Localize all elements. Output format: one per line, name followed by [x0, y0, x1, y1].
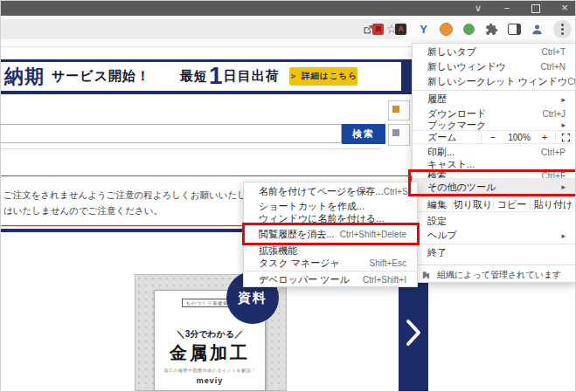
- paste-button[interactable]: 貼り付け: [531, 197, 576, 211]
- menu-item-history[interactable]: 履歴 ▸: [413, 92, 576, 107]
- chrome-main-menu: 新しいタブ Ctrl+T 新しいウィンドウ Ctrl+N 新しいシークレット ウ…: [412, 43, 576, 283]
- green-extension-icon[interactable]: [462, 23, 475, 36]
- submenu-arrow-icon: ▸: [561, 95, 566, 104]
- orange-extension-icon[interactable]: [440, 23, 453, 36]
- cta-arrow-icon: ＞: [289, 71, 297, 82]
- annotation-box-clear-history: [242, 223, 420, 245]
- menu-item-shortcut: Shift+Esc: [369, 258, 406, 268]
- fullscreen-icon[interactable]: [555, 133, 576, 142]
- menu-item-save-page[interactable]: 名前を付けてページを保存... Ctrl+S: [244, 184, 417, 199]
- banner-sub-suffix: 日目出荷: [224, 68, 280, 85]
- menu-item-label: タスク マネージャ: [259, 257, 340, 270]
- banner-cta-button[interactable]: ＞ 詳細はこちら: [289, 67, 357, 86]
- close-button[interactable]: ×: [556, 1, 573, 16]
- copy-button[interactable]: コピー: [494, 197, 531, 211]
- profile-avatar-icon[interactable]: [531, 23, 544, 36]
- banner-lead-text: 納期: [4, 64, 45, 90]
- menu-item-bookmarks[interactable]: ブックマーク ▸: [413, 120, 576, 130]
- cut-button[interactable]: 切り取り: [453, 197, 494, 211]
- extensions-area: A Y: [371, 18, 572, 39]
- menu-item-new-window[interactable]: 新しいウィンドウ Ctrl+N: [413, 59, 576, 74]
- widget-panel: [287, 274, 399, 391]
- submenu-arrow-icon: ▸: [561, 120, 566, 129]
- search-button[interactable]: 検索: [342, 124, 385, 144]
- red-extension-icon[interactable]: [371, 23, 385, 36]
- brochure-subtitle: 加工の種類や図面作成のポイントを解説！: [155, 368, 265, 373]
- browser-toolbar: ☆ A Y: [1, 16, 575, 43]
- widget-expand-bar[interactable]: [399, 274, 428, 391]
- blue-extension-icon[interactable]: Y: [417, 23, 430, 36]
- tab-search-icon[interactable]: ∨: [469, 1, 487, 16]
- menu-separator: [413, 90, 576, 91]
- section-divider: [1, 148, 382, 149]
- search-input[interactable]: [0, 124, 342, 143]
- menu-item-label: 拡張機能: [259, 244, 297, 258]
- menu-item-label: 設定: [427, 215, 447, 228]
- menu-item-developer-tools[interactable]: デベロッパー ツール Ctrl+Shift+I: [244, 272, 417, 287]
- menu-item-new-tab[interactable]: 新しいタブ Ctrl+T: [413, 45, 576, 59]
- managed-by-org-label: 組織によって管理されています: [437, 269, 561, 281]
- browser-window: ∨ − × ☆ A Y: [0, 0, 576, 392]
- menu-item-label: 印刷...: [427, 146, 455, 159]
- menu-item-label: 名前を付けてページを保存...: [259, 185, 384, 198]
- minimize-button[interactable]: −: [498, 1, 516, 16]
- menu-item-new-incognito-window[interactable]: 新しいシークレット ウィンドウ Ctrl+Shift+N: [413, 74, 576, 89]
- menu-item-label: 履歴: [427, 93, 447, 106]
- extensions-puzzle-icon[interactable]: [485, 23, 498, 36]
- menu-item-shortcut: Ctrl+P: [541, 148, 566, 157]
- menu-separator: [413, 244, 576, 244]
- brochure-catchcopy: ＼3分でわかる／: [155, 328, 265, 340]
- menu-item-label: 終了: [427, 246, 447, 259]
- materials-badge-label: 資料: [238, 290, 267, 306]
- window-title-bar: ∨ − ×: [1, 1, 575, 16]
- zoom-level-value: 100%: [504, 133, 534, 142]
- menu-edit-row: 編集 切り取り コピー 貼り付け: [413, 196, 576, 212]
- header-widget-cutoff-1[interactable]: [388, 100, 410, 120]
- promo-banner: 納期 サービス開始！ 最短 1 日目出荷 ＞ 詳細はこちら: [0, 62, 401, 91]
- menu-item-shortcut: Ctrl+J: [543, 109, 566, 119]
- zoom-in-button[interactable]: +: [534, 132, 555, 142]
- chrome-menu-button[interactable]: [553, 20, 572, 38]
- menu-item-shortcut: Ctrl+N: [540, 62, 566, 72]
- menu-item-exit[interactable]: 終了: [413, 245, 576, 260]
- menu-item-label: 新しいウィンドウ: [427, 60, 506, 73]
- submenu-arrow-icon: ▸: [561, 231, 566, 240]
- menu-item-label: デベロッパー ツール: [259, 273, 350, 286]
- restore-button[interactable]: [531, 4, 540, 13]
- managed-by-org-footer: 組織によって管理されています: [413, 265, 576, 284]
- brochure-title: 金属加工: [155, 341, 265, 365]
- annotation-box-more-tools: [408, 169, 576, 196]
- menu-item-task-manager[interactable]: タスク マネージャ Shift+Esc: [244, 257, 417, 270]
- acrobat-extension-icon[interactable]: A: [394, 23, 407, 36]
- menu-item-extensions[interactable]: 拡張機能: [244, 244, 417, 258]
- address-bar[interactable]: ☆: [0, 19, 407, 39]
- zoom-out-button[interactable]: −: [481, 132, 504, 142]
- zoom-label: ズーム: [413, 131, 481, 144]
- edit-label: 編集: [413, 197, 453, 211]
- menu-item-shortcut: Ctrl+Shift+I: [363, 275, 406, 285]
- menu-item-label: 新しいタブ: [427, 45, 476, 58]
- header-widget-cutoff-2[interactable]: [388, 124, 410, 146]
- banner-sub-prefix: 最短: [180, 68, 208, 85]
- menu-zoom-row: ズーム − 100% +: [413, 130, 576, 144]
- menu-item-help[interactable]: ヘルプ ▸: [413, 228, 576, 243]
- banner-big-number: 1: [209, 62, 223, 90]
- menu-item-settings[interactable]: 設定: [413, 214, 576, 229]
- cta-label: 詳細はこちら: [302, 71, 357, 82]
- chevron-right-icon: [404, 318, 423, 347]
- side-panel-icon[interactable]: [508, 23, 521, 36]
- organization-icon: [421, 270, 431, 279]
- brochure-logo: meviy: [155, 376, 265, 385]
- menu-item-label: 新しいシークレット ウィンドウ: [427, 75, 567, 88]
- banner-headline: サービス開始！: [52, 68, 150, 85]
- menu-item-label: ヘルプ: [427, 229, 457, 242]
- menu-separator: [244, 271, 417, 272]
- menu-item-shortcut: Ctrl+Shift+N: [567, 77, 576, 86]
- menu-item-shortcut: Ctrl+T: [542, 47, 566, 57]
- menu-item-shortcut: Ctrl+S: [384, 187, 408, 196]
